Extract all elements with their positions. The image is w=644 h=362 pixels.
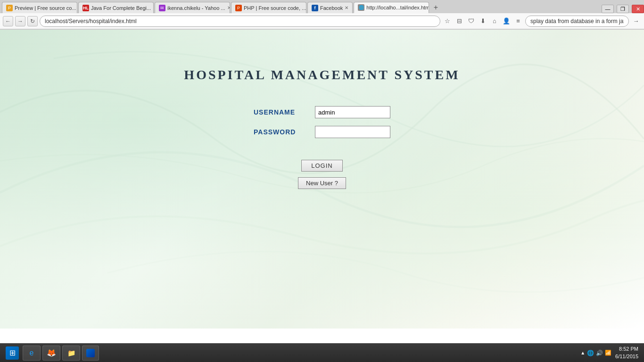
taskbar-explorer[interactable]: 📁 [62,346,80,361]
tab-3-label: ikenna.chikelu - Yahoo ... [167,5,225,11]
start-button[interactable]: ⊞ [4,346,21,361]
tab-2-label: Java For Complete Begi... [91,5,151,11]
browser-chrome: P Preview | Free source co... ✕ HL Java … [0,0,644,30]
tab-5-close[interactable]: ✕ [345,5,348,10]
tab-2-favicon: HL [83,5,89,11]
close-button[interactable]: ✕ [632,5,644,13]
taskbar-ie[interactable]: e [23,346,41,361]
profile-icon[interactable]: 👤 [501,16,512,26]
home-icon[interactable]: ⌂ [489,16,500,26]
tab-1[interactable]: P Preview | Free source co... ✕ [2,2,77,13]
password-row: PASSWORD [254,126,390,138]
system-clock: 8:52 PM 6/11/2015 [615,346,638,360]
windows-icon: ⊞ [6,346,19,360]
menu-icon[interactable]: ≡ [513,16,523,26]
shield-icon[interactable]: 🛡 [466,16,476,26]
tab-4-label: PHP | Free source code, ... [244,5,306,11]
search-go-icon[interactable]: → [631,16,641,26]
minimize-button[interactable]: — [602,5,614,13]
bookmark-icon[interactable]: ☆ [442,16,453,26]
tab-5-label: Facebook [320,5,343,11]
back-button[interactable]: ← [3,16,13,26]
taskbar-app[interactable] [82,346,99,361]
username-row: USERNAME [254,106,390,118]
tab-4[interactable]: P PHP | Free source code, ... ✕ [231,2,306,13]
tab-3-close[interactable]: ✕ [227,5,230,10]
taskbar: ⊞ e 🦊 📁 ▲ 🌐 🔊 📶 8:52 PM 6/11/2015 [0,343,644,362]
search-input[interactable] [525,16,629,27]
tray-icons: ▲ 🌐 🔊 📶 [580,350,611,356]
explorer-icon: 📁 [66,348,76,358]
new-tab-button[interactable]: + [430,2,441,13]
password-input[interactable] [315,126,390,138]
page-title: HOSPITAL MANAGEMENT SYSTEM [184,67,460,82]
reader-icon[interactable]: ⊟ [454,16,464,26]
tray-network: 🌐 [587,350,594,356]
tray-volume: 🔊 [596,350,603,356]
download-icon[interactable]: ⬇ [478,16,488,26]
window-controls: — ❐ ✕ [602,5,644,13]
tab-1-favicon: P [6,5,13,11]
tab-bar: P Preview | Free source co... ✕ HL Java … [0,0,644,13]
tab-3[interactable]: ✉ ikenna.chikelu - Yahoo ... ✕ [155,2,230,13]
username-input[interactable] [315,106,390,118]
refresh-button[interactable]: ↻ [27,16,38,26]
main-content: HOSPITAL MANAGEMENT SYSTEM USERNAME PASS… [0,30,644,329]
toolbar-icons: ☆ ⊟ 🛡 ⬇ ⌂ 👤 ≡ [442,16,523,26]
tab-6[interactable]: 🌐 http://localho...tal/index.html ✕ [354,2,429,13]
login-button[interactable]: LOGIN [301,160,342,172]
tab-3-favicon: ✉ [159,5,165,11]
taskbar-firefox[interactable]: 🦊 [42,346,60,361]
password-label: PASSWORD [254,128,315,136]
tray-arrow[interactable]: ▲ [580,350,585,355]
firefox-icon: 🦊 [47,348,56,358]
restore-button[interactable]: ❐ [617,5,629,13]
tab-5-favicon: f [312,5,318,11]
tray-signal: 📶 [605,350,611,356]
clock-time: 8:52 PM [615,346,638,353]
tab-6-label: http://localho...tal/index.html [366,5,429,10]
tab-6-favicon: 🌐 [358,4,364,11]
forward-button[interactable]: → [15,16,25,26]
ie-icon: e [27,348,36,358]
address-bar: ← → ↻ ☆ ⊟ 🛡 ⬇ ⌂ 👤 ≡ → [0,13,644,29]
app-icon [86,349,95,357]
url-input[interactable] [40,16,440,27]
username-label: USERNAME [254,108,315,116]
tab-2[interactable]: HL Java For Complete Begi... ✕ [78,2,154,13]
tab-5[interactable]: f Facebook ✕ [307,2,353,13]
new-user-button[interactable]: New User ? [298,177,346,189]
login-container: HOSPITAL MANAGEMENT SYSTEM USERNAME PASS… [184,67,460,189]
clock-date: 6/11/2015 [615,353,638,360]
tab-1-label: Preview | Free source co... [15,5,76,11]
tab-4-favicon: P [235,5,242,11]
system-tray: ▲ 🌐 🔊 📶 8:52 PM 6/11/2015 [580,346,638,360]
tab-2-close[interactable]: ✕ [153,5,154,10]
